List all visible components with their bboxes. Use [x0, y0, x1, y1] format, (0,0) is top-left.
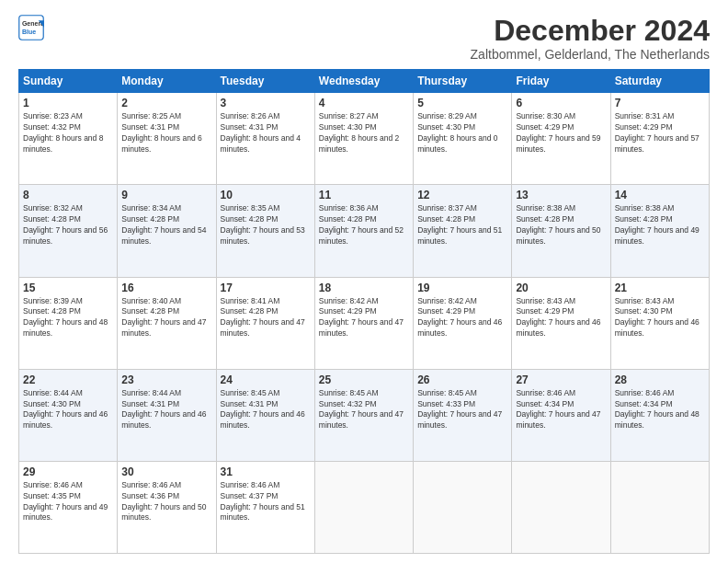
- header-row: Sunday Monday Tuesday Wednesday Thursday…: [19, 70, 710, 93]
- col-tuesday: Tuesday: [216, 70, 314, 93]
- calendar-table: Sunday Monday Tuesday Wednesday Thursday…: [18, 69, 710, 554]
- day-info: Sunrise: 8:46 AMSunset: 4:34 PMDaylight:…: [516, 388, 600, 431]
- day-info: Sunrise: 8:42 AMSunset: 4:29 PMDaylight:…: [319, 296, 404, 339]
- day-number: 11: [319, 189, 409, 201]
- calendar-cell: 24 Sunrise: 8:45 AMSunset: 4:31 PMDaylig…: [216, 369, 314, 461]
- week-row: 1 Sunrise: 8:23 AMSunset: 4:32 PMDayligh…: [19, 93, 710, 185]
- calendar-cell: 8 Sunrise: 8:32 AMSunset: 4:28 PMDayligh…: [19, 185, 118, 277]
- day-info: Sunrise: 8:45 AMSunset: 4:33 PMDaylight:…: [417, 388, 502, 431]
- calendar-cell: 20 Sunrise: 8:43 AMSunset: 4:29 PMDaylig…: [512, 277, 610, 369]
- day-number: 3: [221, 97, 311, 109]
- day-number: 23: [121, 373, 211, 386]
- calendar-cell: 23 Sunrise: 8:44 AMSunset: 4:31 PMDaylig…: [118, 369, 216, 461]
- calendar-cell: 14 Sunrise: 8:38 AMSunset: 4:28 PMDaylig…: [610, 185, 709, 277]
- calendar-cell: 25 Sunrise: 8:45 AMSunset: 4:32 PMDaylig…: [314, 369, 413, 461]
- week-row: 15 Sunrise: 8:39 AMSunset: 4:28 PMDaylig…: [19, 277, 710, 369]
- calendar-cell: [610, 461, 709, 553]
- day-info: Sunrise: 8:42 AMSunset: 4:29 PMDaylight:…: [417, 296, 502, 339]
- day-info: Sunrise: 8:35 AMSunset: 4:28 PMDaylight:…: [221, 203, 305, 246]
- day-info: Sunrise: 8:45 AMSunset: 4:32 PMDaylight:…: [319, 388, 404, 431]
- day-number: 19: [417, 282, 507, 294]
- day-number: 6: [516, 97, 606, 109]
- day-number: 28: [615, 373, 705, 386]
- day-info: Sunrise: 8:46 AMSunset: 4:35 PMDaylight:…: [23, 480, 108, 523]
- calendar-cell: 4 Sunrise: 8:27 AMSunset: 4:30 PMDayligh…: [314, 93, 413, 185]
- day-number: 1: [23, 97, 113, 109]
- day-number: 4: [319, 97, 409, 109]
- day-info: Sunrise: 8:39 AMSunset: 4:28 PMDaylight:…: [23, 296, 108, 339]
- calendar-cell: 22 Sunrise: 8:44 AMSunset: 4:30 PMDaylig…: [19, 369, 118, 461]
- day-number: 27: [516, 373, 606, 386]
- day-info: Sunrise: 8:37 AMSunset: 4:28 PMDaylight:…: [417, 203, 502, 246]
- day-info: Sunrise: 8:46 AMSunset: 4:36 PMDaylight:…: [121, 480, 206, 523]
- day-number: 10: [221, 189, 311, 201]
- day-info: Sunrise: 8:40 AMSunset: 4:28 PMDaylight:…: [121, 296, 206, 339]
- day-number: 26: [417, 373, 507, 386]
- calendar-cell: 27 Sunrise: 8:46 AMSunset: 4:34 PMDaylig…: [512, 369, 610, 461]
- day-number: 15: [23, 282, 113, 294]
- day-info: Sunrise: 8:36 AMSunset: 4:28 PMDaylight:…: [319, 203, 404, 246]
- day-info: Sunrise: 8:41 AMSunset: 4:28 PMDaylight:…: [221, 296, 305, 339]
- day-info: Sunrise: 8:29 AMSunset: 4:30 PMDaylight:…: [417, 111, 497, 154]
- day-number: 18: [319, 282, 409, 294]
- week-row: 22 Sunrise: 8:44 AMSunset: 4:30 PMDaylig…: [19, 369, 710, 461]
- calendar-cell: 13 Sunrise: 8:38 AMSunset: 4:28 PMDaylig…: [512, 185, 610, 277]
- day-info: Sunrise: 8:23 AMSunset: 4:32 PMDaylight:…: [23, 111, 103, 154]
- location-title: Zaltbommel, Gelderland, The Netherlands: [471, 47, 710, 62]
- logo: General Blue: [18, 15, 44, 40]
- calendar-cell: 19 Sunrise: 8:42 AMSunset: 4:29 PMDaylig…: [414, 277, 512, 369]
- svg-text:Blue: Blue: [22, 29, 36, 35]
- calendar-cell: 7 Sunrise: 8:31 AMSunset: 4:29 PMDayligh…: [610, 93, 709, 185]
- week-row: 29 Sunrise: 8:46 AMSunset: 4:35 PMDaylig…: [19, 461, 710, 553]
- day-info: Sunrise: 8:46 AMSunset: 4:34 PMDaylight:…: [615, 388, 700, 431]
- day-number: 16: [121, 282, 211, 294]
- calendar-cell: 2 Sunrise: 8:25 AMSunset: 4:31 PMDayligh…: [118, 93, 216, 185]
- day-number: 31: [221, 465, 311, 478]
- col-monday: Monday: [118, 70, 216, 93]
- calendar-cell: 31 Sunrise: 8:46 AMSunset: 4:37 PMDaylig…: [216, 461, 314, 553]
- calendar-cell: 6 Sunrise: 8:30 AMSunset: 4:29 PMDayligh…: [512, 93, 610, 185]
- day-number: 13: [516, 189, 606, 201]
- calendar-cell: 3 Sunrise: 8:26 AMSunset: 4:31 PMDayligh…: [216, 93, 314, 185]
- calendar-cell: 28 Sunrise: 8:46 AMSunset: 4:34 PMDaylig…: [610, 369, 709, 461]
- week-row: 8 Sunrise: 8:32 AMSunset: 4:28 PMDayligh…: [19, 185, 710, 277]
- day-number: 21: [615, 282, 705, 294]
- calendar-cell: 9 Sunrise: 8:34 AMSunset: 4:28 PMDayligh…: [118, 185, 216, 277]
- calendar-cell: 30 Sunrise: 8:46 AMSunset: 4:36 PMDaylig…: [118, 461, 216, 553]
- calendar-cell: 1 Sunrise: 8:23 AMSunset: 4:32 PMDayligh…: [19, 93, 118, 185]
- day-info: Sunrise: 8:30 AMSunset: 4:29 PMDaylight:…: [516, 111, 600, 154]
- day-number: 9: [121, 189, 211, 201]
- day-number: 30: [121, 465, 211, 478]
- day-info: Sunrise: 8:46 AMSunset: 4:37 PMDaylight:…: [221, 480, 305, 523]
- col-sunday: Sunday: [19, 70, 118, 93]
- day-number: 5: [417, 97, 507, 109]
- col-friday: Friday: [512, 70, 610, 93]
- day-number: 17: [221, 282, 311, 294]
- month-title: December 2024: [471, 15, 710, 47]
- day-info: Sunrise: 8:32 AMSunset: 4:28 PMDaylight:…: [23, 203, 108, 246]
- day-info: Sunrise: 8:43 AMSunset: 4:29 PMDaylight:…: [516, 296, 600, 339]
- day-info: Sunrise: 8:45 AMSunset: 4:31 PMDaylight:…: [221, 388, 305, 431]
- day-number: 25: [319, 373, 409, 386]
- day-number: 7: [615, 97, 705, 109]
- day-info: Sunrise: 8:34 AMSunset: 4:28 PMDaylight:…: [121, 203, 206, 246]
- day-number: 14: [615, 189, 705, 201]
- col-wednesday: Wednesday: [314, 70, 413, 93]
- calendar-cell: 15 Sunrise: 8:39 AMSunset: 4:28 PMDaylig…: [19, 277, 118, 369]
- calendar-cell: 10 Sunrise: 8:35 AMSunset: 4:28 PMDaylig…: [216, 185, 314, 277]
- day-number: 20: [516, 282, 606, 294]
- day-number: 2: [121, 97, 211, 109]
- calendar-cell: 12 Sunrise: 8:37 AMSunset: 4:28 PMDaylig…: [414, 185, 512, 277]
- calendar-cell: 16 Sunrise: 8:40 AMSunset: 4:28 PMDaylig…: [118, 277, 216, 369]
- day-info: Sunrise: 8:31 AMSunset: 4:29 PMDaylight:…: [615, 111, 700, 154]
- calendar-cell: 29 Sunrise: 8:46 AMSunset: 4:35 PMDaylig…: [19, 461, 118, 553]
- logo-icon: General Blue: [18, 15, 44, 40]
- calendar-cell: 17 Sunrise: 8:41 AMSunset: 4:28 PMDaylig…: [216, 277, 314, 369]
- header: General Blue December 2024 Zaltbommel, G…: [18, 15, 710, 62]
- day-info: Sunrise: 8:27 AMSunset: 4:30 PMDaylight:…: [319, 111, 399, 154]
- calendar-cell: 26 Sunrise: 8:45 AMSunset: 4:33 PMDaylig…: [414, 369, 512, 461]
- day-info: Sunrise: 8:44 AMSunset: 4:30 PMDaylight:…: [23, 388, 108, 431]
- page: General Blue December 2024 Zaltbommel, G…: [0, 0, 728, 563]
- day-info: Sunrise: 8:43 AMSunset: 4:30 PMDaylight:…: [615, 296, 700, 339]
- calendar-cell: 11 Sunrise: 8:36 AMSunset: 4:28 PMDaylig…: [314, 185, 413, 277]
